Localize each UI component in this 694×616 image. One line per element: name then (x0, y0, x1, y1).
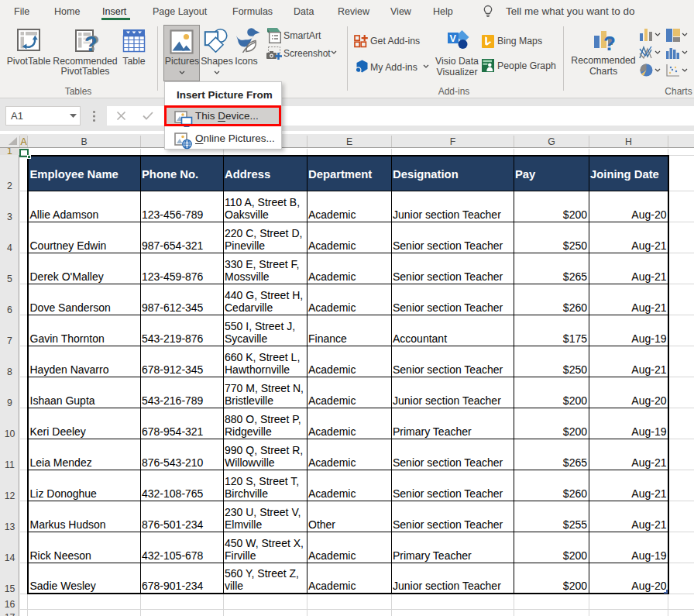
svg-text:V: V (450, 33, 457, 44)
svg-text:?: ? (84, 33, 98, 54)
svg-text:?: ? (603, 32, 616, 53)
